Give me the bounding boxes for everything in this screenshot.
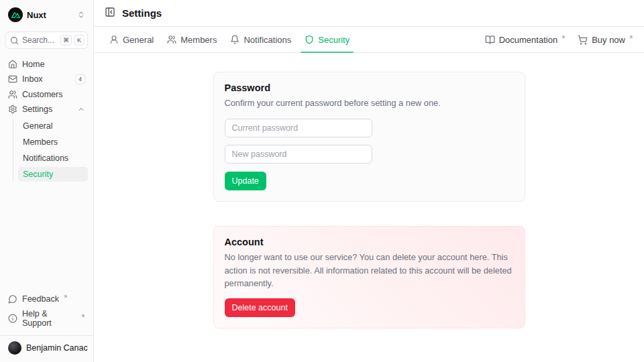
info-circle-icon	[8, 314, 17, 323]
page-title: Settings	[122, 7, 162, 19]
shield-icon	[305, 35, 314, 44]
password-card: Password Confirm your current password b…	[213, 72, 525, 202]
settings-content: Password Confirm your current password b…	[94, 53, 644, 362]
panel-left-close-icon	[105, 7, 115, 19]
card-description: Confirm your current password before set…	[225, 97, 514, 109]
action-link-label: Documentation	[499, 35, 557, 45]
account-card: Account No longer want to use our servic…	[213, 226, 525, 328]
card-title: Account	[225, 237, 514, 247]
sidebar-item-label: Customers	[22, 90, 85, 99]
chevron-up-icon	[77, 105, 85, 113]
sidebar-item-label: Inbox	[22, 74, 70, 84]
feedback-link[interactable]: Feedback	[5, 292, 88, 306]
main-panel: Settings General Members	[94, 0, 644, 362]
card-title: Password	[225, 82, 514, 93]
external-link-icon	[629, 35, 633, 40]
search-placeholder: Search...	[22, 36, 57, 45]
users-icon	[167, 35, 176, 44]
tabbar-actions: Documentation Buy now	[485, 27, 633, 52]
workspace-name: Nuxt	[27, 10, 73, 20]
tab-notifications[interactable]: Notifications	[225, 27, 296, 52]
tab-members[interactable]: Members	[162, 27, 221, 52]
house-icon	[8, 60, 17, 69]
external-link-icon	[63, 294, 68, 299]
tab-general[interactable]: General	[105, 27, 158, 52]
chevrons-up-down-icon	[77, 11, 85, 19]
sidebar-item-customers[interactable]: Customers	[5, 88, 88, 101]
sidebar-item-notifications[interactable]: Notifications	[18, 151, 88, 166]
help-support-link[interactable]: Help & Support	[5, 306, 88, 330]
sidebar-item-security[interactable]: Security	[18, 167, 88, 182]
nuxt-logo-icon	[8, 7, 23, 22]
collapse-sidebar-button[interactable]	[105, 7, 115, 19]
sidebar-item-general[interactable]: General	[18, 119, 88, 133]
message-bubble-icon	[8, 294, 17, 304]
user-icon	[109, 35, 119, 44]
bell-icon	[230, 35, 239, 44]
sidebar-spacer	[5, 182, 88, 292]
gear-icon	[8, 105, 17, 114]
sidebar-item-inbox[interactable]: Inbox 4	[5, 72, 88, 86]
action-link-label: Buy now	[592, 35, 625, 45]
external-link-icon	[561, 35, 566, 40]
sidebar: Nuxt Search... ⌘ K Home	[0, 0, 94, 362]
sidebar-item-members[interactable]: Members	[18, 135, 88, 149]
tab-label: General	[123, 35, 154, 45]
sidebar-nav: Home Inbox 4 Customers Settings	[5, 58, 88, 182]
kbd-cmd: ⌘	[60, 35, 72, 46]
tab-label: Members	[180, 35, 217, 45]
settings-tabbar: General Members Notifications	[94, 27, 644, 53]
user-name: Benjamin Canac	[26, 343, 88, 353]
shopping-cart-icon	[578, 35, 588, 45]
search-shortcut: ⌘ K	[60, 35, 85, 46]
settings-tabs: General Members Notifications	[105, 27, 354, 52]
book-open-icon	[485, 35, 495, 45]
footer-link-label: Feedback	[22, 294, 59, 304]
search-icon	[10, 36, 19, 45]
buy-now-link[interactable]: Buy now	[578, 35, 633, 45]
update-password-button[interactable]: Update	[225, 172, 266, 190]
tab-label: Notifications	[244, 35, 291, 45]
users-icon	[8, 90, 17, 99]
app-window: Nuxt Search... ⌘ K Home	[0, 0, 644, 362]
user-menu[interactable]: Benjamin Canac	[0, 335, 93, 357]
tab-security[interactable]: Security	[300, 27, 354, 52]
sidebar-item-label: Home	[22, 60, 85, 69]
settings-subnav: General Members Notifications Security	[13, 119, 88, 182]
avatar	[8, 341, 21, 355]
card-description: No longer want to use our service? You c…	[225, 251, 514, 290]
search-input[interactable]: Search... ⌘ K	[5, 32, 88, 49]
new-password-field[interactable]	[225, 145, 372, 164]
documentation-link[interactable]: Documentation	[485, 35, 566, 45]
sidebar-item-settings[interactable]: Settings	[5, 103, 88, 116]
tab-label: Security	[318, 35, 350, 45]
sidebar-item-label: Settings	[22, 105, 72, 114]
inbox-count-badge: 4	[75, 74, 85, 84]
sidebar-item-home[interactable]: Home	[5, 58, 88, 71]
kbd-k: K	[74, 35, 85, 46]
footer-link-label: Help & Support	[22, 309, 76, 328]
delete-account-button[interactable]: Delete account	[225, 298, 295, 317]
current-password-field[interactable]	[225, 119, 372, 137]
workspace-switcher[interactable]: Nuxt	[5, 5, 88, 24]
page-header: Settings	[94, 0, 644, 27]
external-link-icon	[80, 314, 85, 318]
password-form: Update	[225, 119, 514, 190]
inbox-icon	[8, 74, 17, 84]
